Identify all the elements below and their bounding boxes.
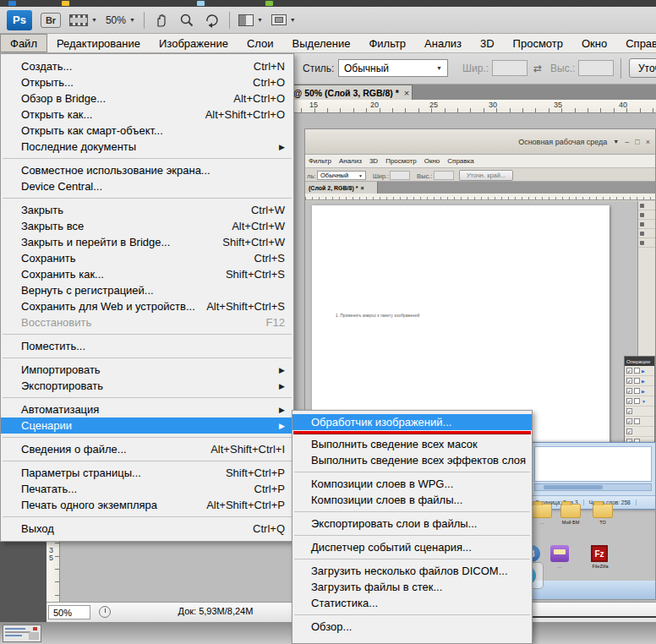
menu-item-page-setup[interactable]: Параметры страницы...Shift+Ctrl+P (1, 465, 293, 481)
menu-layers[interactable]: Слои (238, 34, 283, 52)
nested-menu-view[interactable]: Просмотр (385, 157, 417, 165)
submenu-item-load-files-into-stack[interactable]: Загрузить файлы в стек... (292, 579, 532, 595)
menu-item-new[interactable]: Создать...Ctrl+N (1, 58, 293, 74)
submenu-arrow-icon: ▶ (279, 366, 285, 374)
menu-item-open[interactable]: Открыть...Ctrl+O (1, 74, 293, 90)
ruler-label: 35 (554, 101, 562, 109)
menu-file[interactable]: Файл (0, 34, 47, 52)
minimize-button[interactable]: – (625, 138, 629, 146)
menu-3d[interactable]: 3D (471, 34, 504, 52)
menu-item-automate[interactable]: Автоматизация▶ (1, 401, 293, 418)
menu-item-share-my-screen[interactable]: Совместное использование экрана... (1, 162, 293, 178)
nested-style-label: ль: (307, 172, 315, 180)
nested-page-text: 1. Применить макрос к пакету изображений (336, 314, 419, 318)
submenu-item-statistics[interactable]: Статистика... (292, 595, 532, 611)
menu-item-close-all[interactable]: Закрыть всеAlt+Ctrl+W (1, 218, 293, 234)
swap-dimensions-icon[interactable]: ⇄ (533, 63, 542, 74)
menu-item-device-central[interactable]: Device Central... (1, 178, 293, 194)
menu-item-close-and-go-to-bridge[interactable]: Закрыть и перейти в Bridge...Shift+Ctrl+… (1, 234, 293, 250)
rotate-view-tool-button[interactable] (204, 12, 221, 29)
application-bar: Ps Br ▼ 50% ▼ (0, 7, 656, 34)
menu-item-import[interactable]: Импортировать▶ (1, 362, 293, 378)
menu-item-print[interactable]: Печатать...Ctrl+P (1, 481, 293, 497)
maximize-button[interactable]: □ (635, 138, 639, 146)
arrange-documents-dropdown[interactable]: ▼ (238, 14, 263, 26)
menu-item-save-as[interactable]: Сохранить как...Shift+Ctrl+S (1, 266, 293, 282)
menu-item-recent-files[interactable]: Последние документы▶ (1, 139, 293, 155)
workspace-switcher-button[interactable]: Основная рабочая среда (518, 138, 607, 146)
menu-item-close[interactable]: ЗакрытьCtrl+W (1, 202, 293, 218)
cropped-taskbar-icon (62, 1, 69, 6)
screen-mode-dropdown[interactable]: ▼ (271, 14, 296, 25)
folder-icon (560, 504, 581, 518)
submenu-item-flatten-all-masks[interactable]: Выполнить сведение всех масок (292, 436, 532, 452)
submenu-item-image-processor[interactable]: Обработчик изображений... (292, 414, 532, 430)
nested-menu-window[interactable]: Окно (424, 157, 440, 165)
close-button[interactable]: × (646, 138, 650, 146)
style-select[interactable]: Обычный ▼ (338, 59, 448, 77)
nested-menu-help[interactable]: Справка (447, 157, 473, 165)
zoom-tool-button[interactable] (178, 12, 195, 29)
submenu-item-flatten-all-layer-effects[interactable]: Выполнить сведение всех эффектов слоя (292, 452, 532, 468)
width-input[interactable] (492, 60, 528, 76)
menu-item-browse-in-bridge[interactable]: Обзор в Bridge...Alt+Ctrl+O (1, 90, 293, 106)
menu-bar: Файл Редактирование Изображение Слои Выд… (0, 34, 656, 53)
folder-icon (532, 504, 552, 518)
menu-image[interactable]: Изображение (150, 34, 238, 52)
menu-separator (3, 397, 292, 398)
menu-item-save-for-web[interactable]: Сохранить для Web и устройств...Alt+Shif… (1, 298, 293, 314)
hand-tool-button[interactable] (153, 12, 170, 29)
nested-menu-analysis[interactable]: Анализ (339, 157, 362, 165)
red-underline-annotation (293, 431, 531, 434)
menu-select[interactable]: Выделение (283, 34, 360, 52)
menu-item-scripts[interactable]: Сценарии▶ (1, 418, 293, 434)
submenu-item-layer-comps-to-files[interactable]: Композиции слоев в файлы... (292, 492, 532, 508)
nested-menu-3d[interactable]: 3D (369, 157, 378, 165)
cropped-taskbar-icon (197, 1, 205, 6)
menu-filter[interactable]: Фильтр (359, 34, 415, 52)
submenu-item-browse[interactable]: Обзор... (292, 619, 532, 635)
refine-edge-button[interactable]: Уточн. край... (629, 58, 656, 78)
magnifier-icon (178, 12, 195, 29)
menu-item-open-as-smart-object[interactable]: Открыть как смарт-объект... (1, 123, 293, 139)
chevron-down-icon: ▼ (257, 17, 263, 23)
menu-view[interactable]: Просмотр (504, 34, 572, 52)
menu-item-save[interactable]: СохранитьCtrl+S (1, 250, 293, 266)
submenu-item-script-events-manager[interactable]: Диспетчер событий сценария... (292, 539, 532, 555)
launch-bridge-button[interactable]: Br (41, 13, 61, 28)
menu-separator (294, 614, 530, 615)
height-label: Выс.: (550, 63, 575, 74)
submenu-item-layer-comps-to-wpg[interactable]: Композиции слоев в WPG... (292, 476, 532, 492)
nested-document-tab: (Слой 2, RGB/8) *× (305, 182, 378, 194)
height-input[interactable] (578, 60, 614, 76)
folder-label: ТО (588, 520, 617, 525)
status-zoom-input[interactable]: 50% (48, 605, 90, 619)
menu-edit[interactable]: Редактирование (47, 34, 150, 52)
submenu-item-load-multiple-dicom[interactable]: Загрузить несколько файлов DICOM... (292, 563, 532, 579)
menu-separator (3, 516, 292, 517)
close-icon[interactable]: × (404, 88, 409, 98)
menu-item-print-one-copy[interactable]: Печать одного экземпляраAlt+Shift+Ctrl+P (1, 497, 293, 513)
menu-analysis[interactable]: Анализ (415, 34, 471, 52)
menu-item-exit[interactable]: ВыходCtrl+Q (1, 521, 293, 537)
scripts-submenu: Обработчик изображений... Выполнить свед… (292, 410, 533, 644)
menu-window[interactable]: Окно (572, 34, 616, 52)
chevron-down-icon: ▼ (613, 139, 619, 145)
menu-help[interactable]: Справка (616, 34, 656, 52)
submenu-item-export-layers-to-files[interactable]: Экспортировать слои в файлы... (292, 516, 532, 532)
nested-menu-filter[interactable]: Фильтр (309, 157, 331, 165)
submenu-arrow-icon: ▶ (279, 143, 285, 151)
zoom-level-value: 50% (106, 14, 126, 26)
file-menu-dropdown: Создать...Ctrl+N Открыть...Ctrl+O Обзор … (0, 53, 294, 542)
menu-item-open-as[interactable]: Открыть как...Alt+Shift+Ctrl+O (1, 106, 293, 123)
menu-item-place[interactable]: Поместить... (1, 338, 293, 354)
toolbar-divider (144, 12, 145, 29)
menu-item-file-info[interactable]: Сведения о файле...Alt+Shift+Ctrl+I (1, 441, 293, 457)
view-extras-dropdown[interactable]: ▼ (69, 14, 97, 26)
zoom-level-dropdown[interactable]: 50% ▼ (106, 14, 135, 26)
menu-item-export[interactable]: Экспортировать▶ (1, 378, 293, 394)
menu-item-check-in[interactable]: Вернуть с регистрацией... (1, 282, 293, 298)
nested-tab-bar: (Слой 2, RGB/8) *× (305, 182, 655, 194)
nested-title-bar: Основная рабочая среда ▼ – □ × (305, 129, 655, 155)
document-tab[interactable]: @ 50% (Слой 3, RGB/8) * × (279, 85, 413, 100)
